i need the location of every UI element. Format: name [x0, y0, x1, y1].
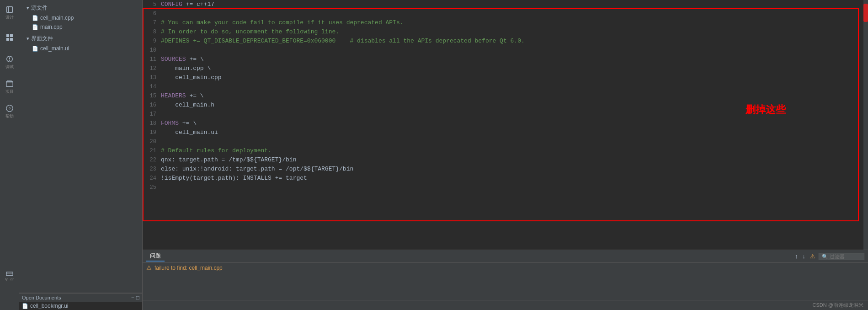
- line-text-19: cell_main.ui: [161, 128, 859, 137]
- filter-input[interactable]: [819, 253, 864, 260]
- open-doc-filename: cell_bookmgr.ui: [30, 303, 68, 309]
- debug-icon-btn[interactable]: 调试: [1, 54, 18, 70]
- design-label: 设计: [5, 15, 14, 21]
- line-text-10: [161, 46, 859, 55]
- tree-item-cell-main-ui[interactable]: 📄 cell_main.ui: [19, 44, 142, 53]
- open-docs-header: Open Documents − □: [19, 293, 142, 302]
- editor-body: 删掉这些 5 CONFIG += c++17 6 7 # You can mak…: [143, 0, 868, 250]
- tree-item-main-cpp[interactable]: 📄 main.cpp: [19, 22, 142, 32]
- open-docs-label: Open Documents: [22, 295, 61, 300]
- line-num-22: 22: [143, 155, 161, 165]
- status-text: CSDN @雨连绿龙淋米: [813, 302, 863, 309]
- line-num-8: 8: [143, 27, 161, 37]
- line-num-9: 9: [143, 37, 161, 46]
- svg-rect-4: [6, 38, 9, 41]
- line-text-5: CONFIG += c++17: [161, 0, 859, 9]
- sort-asc-btn[interactable]: ↑: [793, 252, 799, 261]
- line-num-13: 13: [143, 73, 161, 82]
- tree-item-source-folder[interactable]: ▾ 源文件: [19, 3, 142, 13]
- line-text-20: [161, 137, 859, 146]
- code-line-18: 18 FORMS += \: [143, 119, 859, 128]
- line-text-24: !isEmpty(target.path): INSTALLS += targe…: [161, 174, 859, 183]
- open-doc-file-icon: 📄: [22, 303, 28, 309]
- code-line-21: 21 # Default rules for deployment.: [143, 146, 859, 155]
- file-label-2: main.cpp: [40, 24, 63, 30]
- line-text-6: [161, 9, 859, 18]
- line-text-12: main.cpp \: [161, 64, 859, 73]
- line-text-18: FORMS += \: [161, 119, 859, 128]
- file-icon-3: 📄: [32, 46, 38, 52]
- project-icon[interactable]: 项目: [1, 79, 18, 95]
- svg-rect-5: [10, 38, 12, 41]
- sidebar: 设计 调试 项目 ? 帮助 ly...gr: [0, 0, 19, 310]
- tab-problems[interactable]: 问题: [146, 251, 165, 262]
- bottom-panel-icon[interactable]: ly...gr: [1, 266, 18, 283]
- line-text-11: SOURCES += \: [161, 55, 859, 64]
- bottom-content: ⚠ failure to find: cell_main.cpp: [143, 263, 868, 300]
- tree-item-ui-folder[interactable]: ▾ 界面文件: [19, 33, 142, 44]
- folder-expand-icon-2: ▾: [27, 36, 29, 42]
- file-label-3: cell_main.ui: [40, 45, 69, 52]
- folder-label-2: 界面文件: [31, 35, 53, 43]
- error-text-1: failure to find: cell_main.cpp: [154, 265, 223, 271]
- line-num-10: 10: [143, 46, 161, 55]
- line-num-6: 6: [143, 9, 161, 18]
- project-label: 项目: [5, 89, 14, 95]
- code-line-17: 17: [143, 110, 859, 119]
- code-line-8: 8 # In order to do so, uncomment the fol…: [143, 27, 859, 37]
- file-icon-2: 📄: [32, 24, 38, 30]
- scrollbar[interactable]: [863, 0, 868, 250]
- layout-icon[interactable]: [1, 29, 18, 46]
- bottom-tabs: 问题 ↑ ↓ ⚠: [143, 250, 868, 263]
- line-num-12: 12: [143, 64, 161, 73]
- code-line-6: 6: [143, 9, 859, 18]
- svg-point-8: [9, 60, 10, 61]
- line-num-11: 11: [143, 55, 161, 64]
- svg-rect-3: [10, 34, 12, 37]
- code-line-5: 5 CONFIG += c++17: [143, 0, 859, 9]
- code-line-19: 19 cell_main.ui: [143, 128, 859, 137]
- line-text-16: cell_main.h: [161, 101, 859, 110]
- line-num-14: 14: [143, 82, 161, 91]
- code-line-16: 16 cell_main.h: [143, 101, 859, 110]
- code-line-14: 14: [143, 82, 859, 91]
- file-icon-1: 📄: [32, 15, 38, 21]
- debug-label: 调试: [5, 64, 14, 70]
- svg-text:?: ?: [8, 107, 11, 111]
- warning-filter-btn[interactable]: ⚠: [809, 252, 817, 261]
- line-num-5: 5: [143, 0, 161, 9]
- sort-desc-btn[interactable]: ↓: [801, 252, 807, 261]
- open-doc-item-1[interactable]: 📄 cell_bookmgr.ui: [19, 302, 142, 310]
- help-label: 帮助: [5, 113, 14, 119]
- line-num-24: 24: [143, 174, 161, 183]
- line-num-7: 7: [143, 18, 161, 27]
- bottom-label: ly...gr: [5, 277, 14, 281]
- tree-item-cell-main-cpp[interactable]: 📄 cell_main.cpp: [19, 13, 142, 22]
- line-text-7: # You can make your code fail to compile…: [161, 18, 859, 27]
- line-num-21: 21: [143, 146, 161, 155]
- line-text-23: else: unix:!android: target.path = /opt/…: [161, 165, 859, 174]
- code-line-10: 10: [143, 46, 859, 55]
- line-num-20: 20: [143, 137, 161, 146]
- line-num-23: 23: [143, 165, 161, 174]
- line-text-17: [161, 110, 859, 119]
- file-tree: ▾ 源文件 📄 cell_main.cpp 📄 main.cpp ▾ 界面文件 …: [19, 0, 143, 293]
- line-text-21: # Default rules for deployment.: [161, 146, 859, 155]
- line-text-22: qnx: target.path = /tmp/$${TARGET}/bin: [161, 155, 859, 165]
- file-label-1: cell_main.cpp: [40, 15, 74, 21]
- code-content: 删掉这些 5 CONFIG += c++17 6 7 # You can mak…: [143, 0, 868, 192]
- folder-label: 源文件: [31, 4, 48, 12]
- code-line-24: 24 !isEmpty(target.path): INSTALLS += ta…: [143, 174, 859, 183]
- code-line-12: 12 main.cpp \: [143, 64, 859, 73]
- line-num-17: 17: [143, 110, 161, 119]
- line-num-19: 19: [143, 128, 161, 137]
- open-docs-icon-minus[interactable]: −: [131, 294, 134, 301]
- open-docs-icon-expand[interactable]: □: [136, 294, 139, 301]
- code-scroll[interactable]: 删掉这些 5 CONFIG += c++17 6 7 # You can mak…: [143, 0, 868, 250]
- help-icon-btn[interactable]: ? 帮助: [1, 103, 18, 120]
- code-line-11: 11 SOURCES += \: [143, 55, 859, 64]
- line-text-25: [161, 183, 859, 192]
- status-bar: CSDN @雨连绿龙淋米: [143, 300, 868, 310]
- design-icon[interactable]: 设计: [1, 5, 18, 21]
- line-text-9: #DEFINES += QT_DISABLE_DEPRECATED_BEFORE…: [161, 37, 859, 46]
